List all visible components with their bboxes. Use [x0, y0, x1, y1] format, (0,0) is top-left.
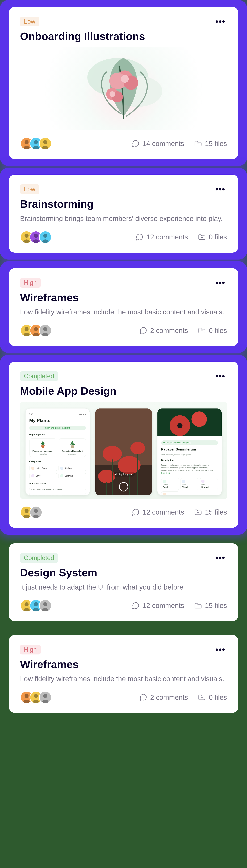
svg-point-12	[34, 140, 38, 144]
card-illustration: 9:41●●● ▾ ■ My Plants Scan and identify …	[20, 402, 227, 499]
files-count[interactable]: 0 files	[198, 327, 227, 335]
svg-point-8	[110, 91, 115, 97]
files-count[interactable]: 15 files	[194, 508, 227, 517]
task-card[interactable]: High ••• Wireframes Low fidelity wirefra…	[9, 268, 238, 346]
files-count[interactable]: 0 files	[198, 693, 227, 702]
svg-point-28	[43, 327, 47, 331]
card-title: Design System	[20, 566, 227, 579]
svg-point-19	[34, 234, 38, 238]
comment-icon	[139, 327, 147, 335]
comments-count[interactable]: 14 comments	[131, 140, 184, 148]
svg-point-17	[25, 234, 28, 238]
comments-count[interactable]: 12 comments	[131, 601, 184, 610]
avatar[interactable]	[39, 137, 52, 150]
svg-point-55	[34, 694, 38, 698]
comment-icon	[139, 693, 147, 702]
svg-point-10	[25, 140, 28, 144]
files-count[interactable]: 15 files	[194, 601, 227, 610]
card-title: Brainstorming	[20, 197, 227, 210]
svg-point-48	[34, 602, 38, 606]
folder-icon	[194, 601, 202, 610]
more-icon[interactable]: •••	[214, 555, 227, 561]
assignee-avatars[interactable]	[20, 691, 52, 704]
svg-point-41	[25, 509, 28, 513]
more-icon[interactable]: •••	[214, 19, 227, 25]
svg-point-46	[25, 602, 28, 606]
mock-screen-camera: Identify the plant	[95, 408, 152, 495]
comment-icon	[131, 508, 140, 517]
svg-point-32	[102, 446, 122, 462]
comment-icon	[131, 601, 140, 610]
task-card[interactable]: Low ••• Onboarding Illustrations	[9, 7, 238, 159]
priority-badge: High	[20, 645, 41, 654]
assignee-avatars[interactable]	[20, 231, 52, 244]
priority-badge: Low	[20, 17, 39, 26]
identified-banner: Hurray, we identified the plant!	[161, 440, 218, 445]
more-icon[interactable]: •••	[214, 373, 227, 379]
card-title: Mobile App Design	[20, 384, 227, 397]
svg-point-38	[191, 411, 207, 427]
avatar[interactable]	[30, 506, 42, 519]
card-title: Wireframes	[20, 658, 227, 671]
avatar[interactable]	[39, 231, 52, 244]
folder-icon	[194, 508, 202, 517]
svg-point-43	[34, 509, 38, 513]
priority-badge: Low	[20, 184, 39, 194]
card-illustration	[20, 47, 227, 130]
card-description: Low fidelity wireframes include the most…	[20, 674, 227, 684]
svg-point-57	[43, 694, 47, 698]
comment-icon	[131, 140, 140, 148]
task-card[interactable]: Completed ••• Design System It just need…	[9, 544, 238, 621]
mock-screen-detail: Hurray, we identified the plant! Papaver…	[157, 408, 222, 495]
avatar[interactable]	[39, 324, 52, 337]
avatar[interactable]	[39, 691, 52, 704]
folder-icon	[198, 327, 206, 335]
svg-point-50	[43, 602, 47, 606]
comments-count[interactable]: 12 comments	[135, 233, 188, 241]
more-icon[interactable]: •••	[214, 186, 227, 192]
assignee-avatars[interactable]	[20, 324, 52, 337]
card-description: It just needs to adapt the UI from what …	[20, 582, 227, 592]
comments-count[interactable]: 12 comments	[131, 508, 184, 517]
card-title: Wireframes	[20, 291, 227, 304]
assignee-avatars[interactable]	[20, 137, 52, 150]
flower-illustration-icon	[51, 47, 196, 130]
task-card[interactable]: Completed ••• Mobile App Design 9:41●●● …	[9, 362, 238, 528]
folder-icon	[198, 233, 206, 241]
comment-icon	[135, 233, 144, 241]
svg-point-14	[43, 140, 47, 144]
more-icon[interactable]: •••	[214, 280, 227, 286]
svg-point-26	[34, 327, 38, 331]
more-icon[interactable]: •••	[214, 647, 227, 653]
files-count[interactable]: 0 files	[198, 233, 227, 241]
scan-banner: Scan and identify the plant	[29, 426, 86, 430]
card-title: Onboarding Illustrations	[20, 30, 227, 43]
task-card[interactable]: Low ••• Brainstorming Brainstorming brin…	[9, 175, 238, 252]
folder-icon	[194, 140, 202, 148]
priority-badge: Completed	[20, 371, 58, 381]
assignee-avatars[interactable]	[20, 506, 42, 519]
files-count[interactable]: 15 files	[194, 140, 227, 148]
assignee-avatars[interactable]	[20, 599, 52, 612]
priority-badge: High	[20, 278, 41, 288]
svg-point-21	[43, 234, 47, 238]
comments-count[interactable]: 2 comments	[139, 327, 188, 335]
card-description: Low fidelity wireframes include the most…	[20, 307, 227, 317]
card-description: Brainstorming brings team members' diver…	[20, 213, 227, 224]
svg-point-34	[130, 442, 145, 454]
avatar[interactable]	[39, 599, 52, 612]
shutter-icon	[119, 482, 128, 492]
task-card[interactable]: High ••• Wireframes Low fidelity wirefra…	[9, 635, 238, 713]
folder-icon	[198, 693, 206, 702]
comments-count[interactable]: 2 comments	[139, 693, 188, 702]
svg-point-39	[177, 423, 182, 428]
svg-point-5	[121, 75, 129, 83]
mock-screen-plants: 9:41●●● ▾ ■ My Plants Scan and identify …	[25, 408, 90, 495]
svg-point-53	[25, 694, 28, 698]
svg-point-24	[25, 327, 28, 331]
priority-badge: Completed	[20, 553, 58, 563]
